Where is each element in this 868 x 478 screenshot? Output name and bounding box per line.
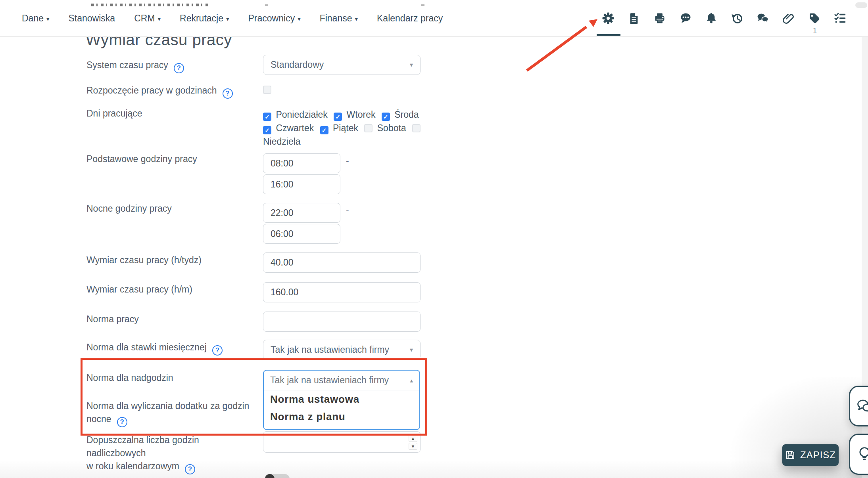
document-icon[interactable] [628, 12, 640, 25]
save-icon [785, 450, 795, 460]
shadow-gradient [674, 377, 868, 478]
nav-item-kalendarz-pracy[interactable]: Kalendarz pracy [377, 13, 443, 24]
label-dopuszczalna: Dopuszczalna liczba godzin nadliczbowych… [86, 434, 269, 474]
main-menu: Dane▾StanowiskaCRM▾Rekrutacje▾Pracownicy… [22, 0, 443, 37]
norma-pracy-input[interactable] [263, 312, 421, 332]
help-icon[interactable]: ? [185, 464, 195, 474]
label-nocne-godziny: Nocne godziny pracy [86, 202, 172, 215]
label-podstawowe-godziny: Podstawowe godziny pracy [86, 153, 197, 166]
gear-icon[interactable] [602, 12, 615, 25]
nav-item-crm[interactable]: CRM▾ [134, 13, 161, 24]
nav-item-label: CRM [134, 13, 155, 24]
toggle-switch-partial[interactable] [265, 474, 290, 478]
day-label: Czwartek [276, 123, 314, 133]
day-checkbox-wtorek[interactable]: ✓ [334, 113, 342, 121]
chevron-down-icon: ▾ [46, 15, 50, 23]
range-separator: - [346, 155, 349, 166]
nav-item-label: Stanowiska [69, 13, 115, 24]
label-wymiar-m: Wymiar czasu pracy (h/m) [86, 283, 192, 296]
system-czasu-pracy-select[interactable]: Standardowy▾ [263, 55, 421, 75]
nav-item-label: Rekrutacje [180, 13, 223, 24]
rozpoczecie-checkbox[interactable] [263, 86, 271, 94]
toggle-knob [265, 474, 275, 478]
history-icon[interactable] [731, 12, 743, 25]
active-tab-indicator [597, 34, 620, 36]
bell-icon[interactable] [705, 12, 718, 25]
comment-dots-icon[interactable] [679, 12, 692, 25]
day-checkbox-czwartek[interactable]: ✓ [263, 126, 271, 134]
hours-per-week-input[interactable]: 40.00 [263, 252, 421, 273]
save-button[interactable]: ZAPISZ [782, 444, 839, 466]
day-checkbox-piątek[interactable]: ✓ [320, 126, 328, 134]
night-hours-from-input[interactable]: 22:00 [263, 203, 340, 223]
day-checkbox-niedziela[interactable] [412, 124, 421, 132]
nav-item-label: Kalendarz pracy [377, 13, 443, 24]
help-hint-button[interactable] [849, 434, 868, 475]
combobox-option[interactable]: Norma ustawowa [264, 390, 419, 408]
combobox-options: Norma ustawowaNorma z planu [264, 390, 419, 425]
paperclip-icon[interactable] [782, 12, 795, 25]
label-dni-pracujace: Dni pracujące [86, 107, 142, 120]
basic-hours-from-input[interactable]: 08:00 [263, 153, 340, 173]
top-navigation-bar: Dane▾StanowiskaCRM▾Rekrutacje▾Pracownicy… [0, 0, 868, 37]
chevron-down-icon: ▾ [410, 61, 413, 69]
tag-count-badge: 1 [810, 26, 819, 35]
day-checkbox-sobota[interactable] [364, 124, 373, 132]
nav-item-pracownicy[interactable]: Pracownicy▾ [248, 13, 301, 24]
label-wymiar-tydz: Wymiar czasu pracy (h/tydz) [86, 254, 202, 267]
nav-item-stanowiska[interactable]: Stanowiska [69, 13, 115, 24]
norma-nadgodzin-combobox-open: Tak jak na ustawieniach firmy▴ Norma ust… [263, 370, 420, 430]
norma-stawki-select[interactable]: Tak jak na ustawieniach firmy▾ [263, 340, 421, 360]
help-icon[interactable]: ? [223, 88, 233, 99]
help-icon[interactable]: ? [174, 63, 184, 73]
day-label: Wtorek [347, 109, 376, 120]
day-checkbox-poniedziałek[interactable]: ✓ [263, 113, 271, 121]
app-window: Wymiar czasu pracy Dane▾StanowiskaCRM▾Re… [0, 0, 868, 478]
save-button-label: ZAPISZ [800, 449, 836, 461]
comments-icon[interactable] [757, 12, 769, 25]
checklist-icon[interactable] [834, 12, 847, 25]
day-label: Piątek [333, 123, 358, 133]
help-icon[interactable]: ? [212, 345, 223, 356]
nav-item-label: Dane [22, 13, 44, 24]
tag-icon[interactable] [808, 12, 821, 25]
hours-per-month-input[interactable]: 160.00 [263, 282, 421, 302]
help-icon[interactable]: ? [117, 417, 127, 427]
nav-item-rekrutacje[interactable]: Rekrutacje▾ [180, 13, 229, 24]
spinner-up-icon[interactable]: ▲ [409, 435, 417, 442]
label-norma-nadgodzin: Norma dla nadgodzin [86, 371, 173, 384]
chevron-up-icon: ▴ [410, 377, 413, 384]
feedback-chat-button[interactable] [849, 386, 868, 426]
day-label: Sobota [377, 123, 406, 133]
day-label: Poniedziałek [276, 109, 327, 120]
basic-hours-to-input[interactable]: 16:00 [263, 174, 340, 194]
nav-item-dane[interactable]: Dane▾ [22, 13, 50, 24]
nav-item-finanse[interactable]: Finanse▾ [320, 13, 358, 24]
chat-bubbles-icon [856, 398, 868, 415]
day-label: Niedziela [263, 136, 301, 147]
label-rozpoczecie-pracy: Rozpoczęcie pracy w godzinach? [86, 84, 233, 99]
combobox-option[interactable]: Norma z planu [264, 408, 419, 425]
chevron-down-icon: ▾ [298, 15, 301, 23]
day-label: Środa [394, 109, 419, 120]
label-norma-dodatku: Norma dla wyliczania dodatku za godzin n… [86, 400, 257, 427]
overtime-limit-input[interactable]: ▲ ▼ [263, 431, 421, 453]
label-norma-pracy: Norma pracy [86, 313, 139, 326]
printer-icon[interactable] [653, 12, 666, 25]
chevron-down-icon: ▾ [226, 15, 229, 23]
night-hours-to-input[interactable]: 06:00 [263, 224, 340, 244]
toolbar-icons [602, 12, 847, 25]
chevron-down-icon: ▾ [410, 346, 413, 354]
range-separator: - [346, 205, 349, 216]
chevron-down-icon: ▾ [158, 15, 161, 23]
spinner-down-icon[interactable]: ▼ [409, 443, 417, 450]
chevron-down-icon: ▾ [355, 15, 358, 23]
label-system-czasu-pracy: System czasu pracy? [86, 59, 184, 73]
working-days-group: ✓ Poniedziałek ✓ Wtorek ✓ Środa ✓ Czwart… [263, 108, 431, 148]
label-norma-stawki: Norma dla stawki miesięcznej? [86, 341, 223, 356]
nav-item-label: Finanse [320, 13, 352, 24]
lightbulb-icon [856, 446, 868, 463]
combobox-selected-value[interactable]: Tak jak na ustawieniach firmy▴ [264, 371, 419, 390]
day-checkbox-środa[interactable]: ✓ [382, 113, 390, 121]
number-spinner: ▲ ▼ [409, 435, 417, 450]
